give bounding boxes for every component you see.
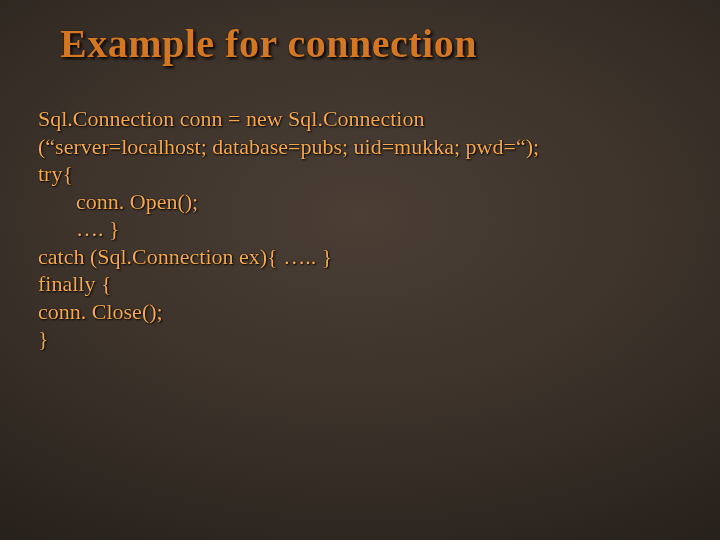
slide-title: Example for connection (60, 20, 477, 67)
code-line: conn. Close(); (38, 298, 682, 326)
code-line: try{ (38, 160, 682, 188)
code-line: …. } (38, 215, 682, 243)
code-line: } (38, 325, 682, 353)
slide-body: Sql.Connection conn = new Sql.Connection… (38, 105, 682, 353)
code-line: Sql.Connection conn = new Sql.Connection (38, 105, 682, 133)
code-line: catch (Sql.Connection ex){ ….. } (38, 243, 682, 271)
code-line: finally { (38, 270, 682, 298)
slide: Example for connection Sql.Connection co… (0, 0, 720, 540)
code-line: conn. Open(); (38, 188, 682, 216)
code-line: (“server=localhost; database=pubs; uid=m… (38, 133, 682, 161)
